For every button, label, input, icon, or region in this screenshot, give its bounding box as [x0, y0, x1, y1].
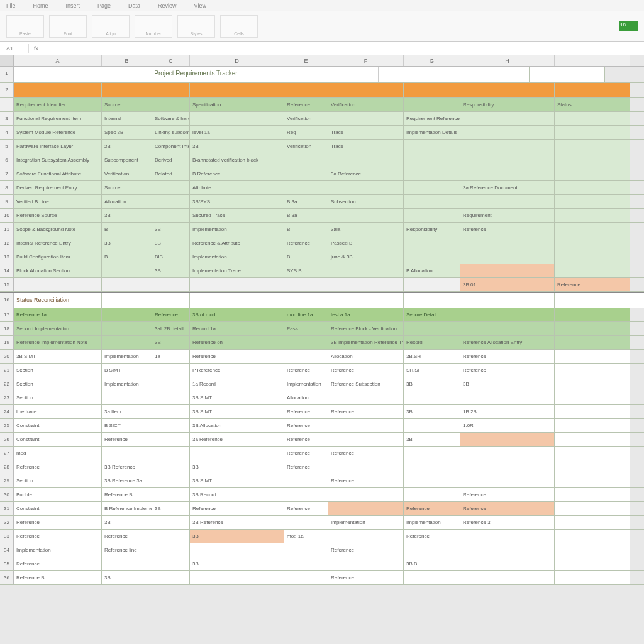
cell[interactable]: 3B.B: [404, 557, 460, 570]
cell[interactable]: [152, 530, 190, 543]
cell[interactable]: [152, 516, 190, 529]
cell[interactable]: 3B Allocation: [190, 419, 284, 432]
cell[interactable]: Reference: [102, 530, 152, 543]
cell[interactable]: [328, 181, 404, 194]
cell[interactable]: Second Implementation: [14, 322, 102, 335]
cell[interactable]: [555, 474, 630, 487]
cell[interactable]: 3B Implementation Reference Trace: [328, 336, 404, 349]
cell[interactable]: [404, 460, 460, 474]
cell[interactable]: [284, 336, 328, 349]
cell[interactable]: Block Allocation Section: [14, 264, 102, 277]
cell[interactable]: Implementation: [404, 516, 460, 529]
cell[interactable]: Reference: [404, 530, 460, 543]
cell[interactable]: 2B: [102, 140, 152, 153]
ribbon-font[interactable]: Font: [49, 15, 87, 38]
cell[interactable]: Reference: [284, 236, 328, 250]
cell[interactable]: Reference: [460, 364, 555, 377]
cell[interactable]: [555, 336, 630, 349]
col-header-i[interactable]: I: [555, 55, 630, 66]
row-header[interactable]: 34: [0, 543, 14, 557]
cell[interactable]: Pass: [284, 322, 328, 335]
cell[interactable]: Derived Requirement Entry: [14, 181, 102, 194]
cell[interactable]: Reference B: [14, 571, 102, 584]
row-header[interactable]: 33: [0, 530, 14, 543]
row-header[interactable]: 32: [0, 516, 14, 529]
hdr-req-id[interactable]: Requirement Identifier: [14, 98, 102, 111]
cell[interactable]: B 3a: [284, 195, 328, 208]
cell[interactable]: [14, 278, 102, 291]
cell[interactable]: [328, 264, 404, 277]
cell[interactable]: [404, 153, 460, 167]
cell[interactable]: Reference: [555, 278, 630, 291]
cell[interactable]: 1a: [152, 350, 190, 363]
menu-view[interactable]: View: [194, 3, 206, 9]
cell[interactable]: [460, 308, 555, 321]
cell[interactable]: [460, 264, 555, 277]
cell[interactable]: System Module Reference: [14, 126, 102, 139]
cell[interactable]: Trace: [328, 140, 404, 153]
cell[interactable]: Reference: [328, 364, 404, 377]
cell[interactable]: [328, 153, 404, 167]
row-header[interactable]: 29: [0, 474, 14, 487]
cell[interactable]: [284, 181, 328, 194]
cell[interactable]: Implementation: [328, 516, 404, 529]
cell[interactable]: [460, 391, 555, 404]
row-header[interactable]: 27: [0, 447, 14, 460]
row-header[interactable]: 6: [0, 153, 14, 167]
cell[interactable]: Implementation Details: [404, 126, 460, 139]
cell[interactable]: [102, 336, 152, 349]
row-header[interactable]: 7: [0, 167, 14, 180]
cell[interactable]: [404, 250, 460, 264]
col-header-c[interactable]: C: [152, 55, 190, 66]
cell[interactable]: Spec 3B: [102, 126, 152, 139]
cell[interactable]: [152, 195, 190, 208]
cell[interactable]: 3B: [404, 377, 460, 391]
cell[interactable]: mod line 1a: [284, 308, 328, 321]
cell[interactable]: B Reference: [190, 167, 284, 180]
cell[interactable]: [555, 350, 630, 363]
cell[interactable]: [555, 530, 630, 543]
cell[interactable]: 3B: [404, 433, 460, 446]
cell[interactable]: [152, 419, 190, 432]
row-header[interactable]: 24: [0, 405, 14, 418]
ribbon-align[interactable]: Align: [92, 15, 130, 38]
cell[interactable]: Reference: [460, 223, 555, 236]
cell[interactable]: [404, 488, 460, 501]
row-header[interactable]: 16: [0, 293, 14, 308]
cell[interactable]: Reference line: [102, 543, 152, 557]
row-header[interactable]: 10: [0, 209, 14, 222]
cell[interactable]: Integration Subsystem Assembly: [14, 153, 102, 167]
cell[interactable]: [404, 419, 460, 432]
hdr-status[interactable]: Status: [555, 98, 630, 111]
menu-insert[interactable]: Insert: [66, 3, 80, 9]
cell[interactable]: [555, 167, 630, 180]
cell[interactable]: [190, 112, 284, 125]
cell[interactable]: 3B: [152, 236, 190, 250]
cell[interactable]: 3ala: [328, 223, 404, 236]
cell[interactable]: [102, 278, 152, 291]
cell[interactable]: [152, 405, 190, 418]
row-header[interactable]: 28: [0, 460, 14, 474]
cell[interactable]: Reference: [328, 405, 404, 418]
ribbon-cells[interactable]: Cells: [220, 15, 258, 38]
cell[interactable]: [555, 502, 630, 515]
cell[interactable]: [328, 488, 404, 501]
row-header[interactable]: 26: [0, 433, 14, 446]
cell[interactable]: [152, 571, 190, 584]
row-header[interactable]: 35: [0, 557, 14, 570]
cell[interactable]: [555, 433, 630, 446]
cell[interactable]: [152, 364, 190, 377]
cell[interactable]: Implementation Trace: [190, 264, 284, 277]
cell[interactable]: 3B: [102, 516, 152, 529]
cell[interactable]: [284, 516, 328, 529]
cell[interactable]: 3B: [152, 223, 190, 236]
cell[interactable]: 3B: [460, 377, 555, 391]
cell[interactable]: 3a Reference: [328, 167, 404, 180]
cell[interactable]: Reference: [328, 571, 404, 584]
hdr-verif[interactable]: Verification: [328, 98, 404, 111]
cell[interactable]: Component Interface: [152, 140, 190, 153]
cell[interactable]: Constraint: [14, 419, 102, 432]
cell[interactable]: 3B Reference: [190, 516, 284, 529]
row-header[interactable]: 11: [0, 223, 14, 236]
cell[interactable]: test a 1a: [328, 308, 404, 321]
